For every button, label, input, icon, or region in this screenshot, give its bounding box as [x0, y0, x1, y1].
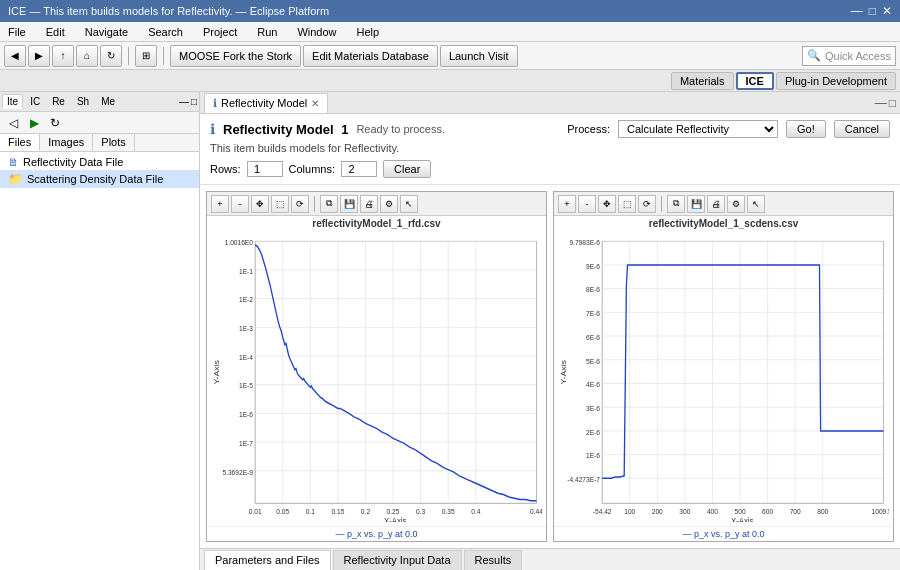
left-tab-sh[interactable]: Sh [72, 94, 94, 109]
moose-fork-button[interactable]: MOOSE Fork the Stork [170, 45, 301, 67]
go-button[interactable]: Go! [786, 120, 826, 138]
nav-tab-images[interactable]: Images [40, 134, 93, 151]
svg-text:Y-Axis: Y-Axis [559, 360, 567, 384]
editor-tab-close[interactable]: ✕ [311, 98, 319, 109]
chart1-select[interactable]: ⬚ [271, 195, 289, 213]
tb-forward[interactable]: ▶ [28, 45, 50, 67]
nav-tab-plots[interactable]: Plots [93, 134, 134, 151]
minimize-panel-icon[interactable]: — [179, 96, 189, 107]
left-tab-ic[interactable]: IC [25, 94, 45, 109]
folder-icon: 📁 [8, 172, 23, 186]
svg-text:0.3: 0.3 [416, 508, 425, 515]
chart1-copy[interactable]: ⧉ [320, 195, 338, 213]
menu-window[interactable]: Window [293, 26, 340, 38]
chart1-print[interactable]: 🖨 [360, 195, 378, 213]
chart2-pan[interactable]: ✥ [598, 195, 616, 213]
svg-text:200: 200 [652, 508, 663, 515]
process-label: Process: [567, 123, 610, 135]
chart1-reset[interactable]: ⟳ [291, 195, 309, 213]
close-button[interactable]: ✕ [882, 4, 892, 18]
svg-text:1E-3: 1E-3 [239, 325, 253, 332]
rows-input[interactable] [247, 161, 283, 177]
window-controls[interactable]: — □ ✕ [851, 4, 892, 18]
left-nav-tabs: Files Images Plots [0, 134, 199, 152]
menu-search[interactable]: Search [144, 26, 187, 38]
chart1-zoom-in[interactable]: + [211, 195, 229, 213]
bottom-tab-input[interactable]: Reflectivity Input Data [333, 550, 462, 570]
chart2-settings[interactable]: ⚙ [727, 195, 745, 213]
quick-access-box[interactable]: 🔍 Quick Access [802, 46, 896, 66]
maximize-editor-icon[interactable]: □ [889, 96, 896, 110]
tree-item-label: Reflectivity Data File [23, 156, 123, 168]
chart2-select[interactable]: ⬚ [618, 195, 636, 213]
svg-text:7E-6: 7E-6 [586, 310, 600, 317]
chart2-save[interactable]: 💾 [687, 195, 705, 213]
editor-controls[interactable]: — □ [875, 96, 896, 110]
chart1-zoom-out[interactable]: - [231, 195, 249, 213]
svg-text:X-Axis: X-Axis [731, 517, 753, 522]
tb-back[interactable]: ◀ [4, 45, 26, 67]
left-tab-re[interactable]: Re [47, 94, 70, 109]
chart2-print[interactable]: 🖨 [707, 195, 725, 213]
chart2-zoom-out[interactable]: - [578, 195, 596, 213]
menu-edit[interactable]: Edit [42, 26, 69, 38]
tb-refresh[interactable]: ↻ [100, 45, 122, 67]
svg-text:300: 300 [679, 508, 690, 515]
chart2-zoom-in[interactable]: + [558, 195, 576, 213]
svg-text:700: 700 [790, 508, 801, 515]
chart2-reset[interactable]: ⟳ [638, 195, 656, 213]
bottom-tab-results[interactable]: Results [464, 550, 523, 570]
menu-file[interactable]: File [4, 26, 30, 38]
info-icon: ℹ [213, 97, 217, 110]
left-tab-me[interactable]: Me [96, 94, 120, 109]
tb-grid[interactable]: ⊞ [135, 45, 157, 67]
tb-up[interactable]: ↑ [52, 45, 74, 67]
chart1-settings[interactable]: ⚙ [380, 195, 398, 213]
maximize-button[interactable]: □ [869, 4, 876, 18]
minimize-editor-icon[interactable]: — [875, 96, 887, 110]
menu-run[interactable]: Run [253, 26, 281, 38]
svg-text:600: 600 [762, 508, 773, 515]
svg-text:-54.42: -54.42 [593, 508, 612, 515]
editor-tab-reflectivity[interactable]: ℹ Reflectivity Model ✕ [204, 93, 328, 113]
svg-text:1E-6: 1E-6 [239, 411, 253, 418]
persp-plugin[interactable]: Plug-in Development [776, 72, 896, 90]
left-toolbar: ◁ ▶ ↻ [0, 112, 199, 134]
tree-item-scattering[interactable]: 📁 Scattering Density Data File [0, 170, 199, 188]
menu-help[interactable]: Help [353, 26, 384, 38]
cancel-button[interactable]: Cancel [834, 120, 890, 138]
persp-materials[interactable]: Materials [671, 72, 734, 90]
persp-ice[interactable]: ICE [736, 72, 774, 90]
svg-text:0.25: 0.25 [387, 508, 400, 515]
chart1-cursor[interactable]: ↖ [400, 195, 418, 213]
bottom-tab-params[interactable]: Parameters and Files [204, 550, 331, 570]
tb-home[interactable]: ⌂ [76, 45, 98, 67]
chart2-svg: 9.7983E-6 9E-6 8E-6 7E-6 6E-6 5E-6 4E-6 … [558, 235, 889, 522]
edit-materials-button[interactable]: Edit Materials Database [303, 45, 438, 67]
chart2-copy[interactable]: ⧉ [667, 195, 685, 213]
menu-navigate[interactable]: Navigate [81, 26, 132, 38]
model-status: Ready to process. [356, 123, 445, 135]
maximize-panel-icon[interactable]: □ [191, 96, 197, 107]
refresh-icon[interactable]: ↻ [46, 114, 64, 132]
editor-tab-label: Reflectivity Model [221, 97, 307, 109]
chart1-body: 1.0016E0 1E-1 1E-2 1E-3 1E-4 1E-5 1E-6 1… [207, 231, 546, 526]
svg-text:X-Axis: X-Axis [384, 517, 406, 522]
minimize-button[interactable]: — [851, 4, 863, 18]
process-select[interactable]: Calculate Reflectivity [618, 120, 778, 138]
nav-tab-files[interactable]: Files [0, 134, 40, 151]
menu-project[interactable]: Project [199, 26, 241, 38]
chart1-pan[interactable]: ✥ [251, 195, 269, 213]
charts-area: + - ✥ ⬚ ⟳ ⧉ 💾 🖨 ⚙ ↖ reflectivityModel_1_… [200, 185, 900, 548]
back-icon[interactable]: ◁ [4, 114, 22, 132]
launch-visit-button[interactable]: Launch Visit [440, 45, 518, 67]
svg-text:2E-6: 2E-6 [586, 428, 600, 435]
chart1-save[interactable]: 💾 [340, 195, 358, 213]
clear-button[interactable]: Clear [383, 160, 431, 178]
forward-icon[interactable]: ▶ [25, 114, 43, 132]
left-tab-ite[interactable]: Ite [2, 94, 23, 109]
cols-input[interactable] [341, 161, 377, 177]
svg-text:0.05: 0.05 [276, 508, 289, 515]
chart2-cursor[interactable]: ↖ [747, 195, 765, 213]
tree-item-reflectivity[interactable]: 🗎 Reflectivity Data File [0, 154, 199, 170]
